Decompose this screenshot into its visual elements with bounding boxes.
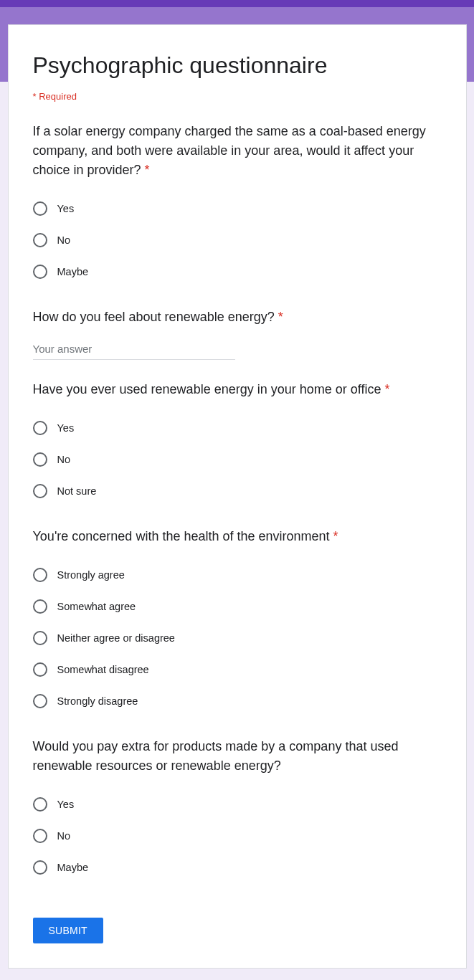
question-4-text: You're concerned with the health of the …	[33, 527, 442, 546]
option-label: Maybe	[57, 862, 89, 873]
option-label: Neither agree or disagree	[57, 632, 175, 644]
required-note: * Required	[33, 91, 442, 102]
question-2: How do you feel about renewable energy? …	[33, 308, 442, 360]
q4-option-somewhat-disagree[interactable]: Somewhat disagree	[33, 654, 442, 685]
required-asterisk: *	[145, 163, 150, 177]
q1-option-no[interactable]: No	[33, 224, 442, 256]
form-title: Psychographic questionnaire	[33, 51, 442, 80]
radio-icon	[33, 484, 47, 498]
option-label: Somewhat disagree	[57, 664, 149, 675]
option-label: Strongly disagree	[57, 695, 138, 707]
option-label: No	[57, 234, 71, 246]
question-3-text: Have you ever used renewable energy in y…	[33, 380, 442, 399]
option-label: Yes	[57, 799, 75, 810]
question-5-label: Would you pay extra for products made by…	[33, 739, 399, 773]
required-asterisk: *	[333, 529, 338, 543]
radio-icon	[33, 797, 47, 812]
q1-option-yes[interactable]: Yes	[33, 193, 442, 224]
submit-button[interactable]: Submit	[33, 918, 103, 943]
radio-icon	[33, 599, 47, 614]
option-label: Strongly agree	[57, 569, 125, 581]
radio-icon	[33, 568, 47, 582]
option-label: No	[57, 454, 71, 465]
radio-icon	[33, 860, 47, 875]
top-accent-bar	[0, 0, 474, 7]
question-2-label: How do you feel about renewable energy?	[33, 310, 278, 324]
q3-option-yes[interactable]: Yes	[33, 412, 442, 444]
q4-option-strongly-agree[interactable]: Strongly agree	[33, 559, 442, 591]
required-asterisk: *	[384, 382, 389, 396]
radio-icon	[33, 631, 47, 645]
q5-option-yes[interactable]: Yes	[33, 789, 442, 820]
question-1-label: If a solar energy company charged the sa…	[33, 124, 426, 177]
form-card: Psychographic questionnaire * Required I…	[8, 24, 467, 969]
question-4-label: You're concerned with the health of the …	[33, 529, 333, 543]
option-label: Yes	[57, 422, 75, 434]
q2-answer-input[interactable]	[33, 340, 235, 360]
q1-option-maybe[interactable]: Maybe	[33, 256, 442, 287]
radio-icon	[33, 201, 47, 216]
q4-option-strongly-disagree[interactable]: Strongly disagree	[33, 685, 442, 717]
option-label: Somewhat agree	[57, 601, 136, 612]
radio-icon	[33, 233, 47, 247]
question-3-label: Have you ever used renewable energy in y…	[33, 382, 385, 396]
option-label: Yes	[57, 203, 75, 214]
question-3: Have you ever used renewable energy in y…	[33, 380, 442, 507]
q3-option-not-sure[interactable]: Not sure	[33, 475, 442, 507]
q4-option-somewhat-agree[interactable]: Somewhat agree	[33, 591, 442, 622]
option-label: No	[57, 830, 71, 842]
radio-icon	[33, 829, 47, 843]
required-asterisk: *	[278, 310, 283, 324]
q5-option-no[interactable]: No	[33, 820, 442, 852]
question-5: Would you pay extra for products made by…	[33, 737, 442, 883]
option-label: Not sure	[57, 485, 97, 497]
radio-icon	[33, 421, 47, 435]
question-1: If a solar energy company charged the sa…	[33, 122, 442, 287]
question-5-text: Would you pay extra for products made by…	[33, 737, 442, 776]
question-1-text: If a solar energy company charged the sa…	[33, 122, 442, 180]
radio-icon	[33, 694, 47, 708]
question-4: You're concerned with the health of the …	[33, 527, 442, 717]
option-label: Maybe	[57, 266, 89, 277]
radio-icon	[33, 662, 47, 677]
q5-option-maybe[interactable]: Maybe	[33, 852, 442, 883]
radio-icon	[33, 265, 47, 279]
q4-option-neither[interactable]: Neither agree or disagree	[33, 622, 442, 654]
question-2-text: How do you feel about renewable energy? …	[33, 308, 442, 327]
radio-icon	[33, 452, 47, 467]
q3-option-no[interactable]: No	[33, 444, 442, 475]
